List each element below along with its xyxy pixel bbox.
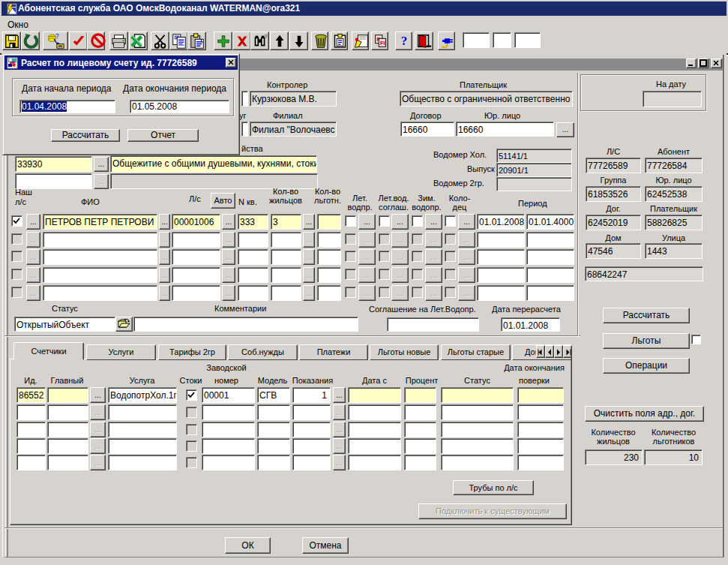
svg-text:?: ?: [265, 33, 268, 40]
svg-text:?: ?: [55, 33, 59, 40]
svg-text:FI: FI: [380, 40, 385, 47]
